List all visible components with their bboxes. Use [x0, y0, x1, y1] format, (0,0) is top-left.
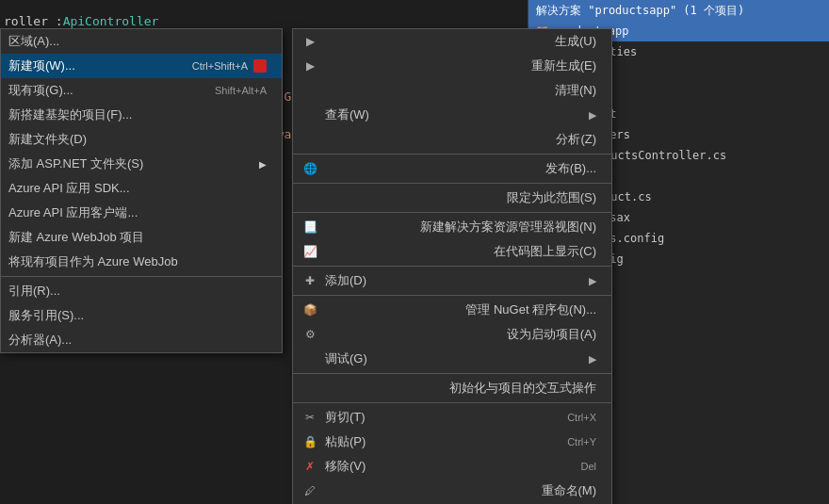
ctx-clean[interactable]: 清理(N) — [293, 78, 611, 103]
nuget-icon: 📦 — [301, 303, 319, 317]
ctx-azure-api-sdk[interactable]: Azure API 应用 SDK... — [1, 176, 282, 201]
cursor-indicator — [253, 59, 267, 73]
ctx-paste[interactable]: 🔒 粘贴(P) Ctrl+Y — [293, 430, 611, 454]
remove-icon: ✗ — [301, 460, 319, 473]
separator — [293, 183, 611, 184]
ctx-code-map[interactable]: 📈 在代码图上显示(C) — [293, 239, 611, 264]
interactive-icon — [301, 382, 319, 395]
code-map-icon: 📈 — [301, 245, 319, 258]
separator — [1, 276, 282, 277]
ctx-build[interactable]: ▶ 生成(U) — [293, 29, 611, 54]
ctx-publish[interactable]: 🌐 发布(B)... — [293, 156, 611, 181]
context-menu-left: 区域(A)... 新建项(W)... Ctrl+Shift+A 现有项(G)..… — [0, 28, 283, 353]
clean-icon — [301, 84, 319, 97]
scope-icon — [301, 191, 319, 204]
separator — [293, 154, 611, 154]
code-line: roller : ApiController — [0, 11, 528, 30]
new-view-icon: 📃 — [301, 220, 319, 234]
ctx-azure-webjob[interactable]: 新建 Azure WebJob 项目 — [1, 225, 282, 250]
ctx-new-folder[interactable]: 新建文件夹(D) — [1, 127, 282, 152]
context-menu-right: ▶ 生成(U) ▶ 重新生成(E) 清理(N) 查看(W) ▶ 分析(Z) 🌐 … — [292, 28, 612, 504]
ctx-startup[interactable]: ⚙ 设为启动项目(A) — [293, 322, 611, 347]
ctx-aspnet-folder[interactable]: 添加 ASP.NET 文件夹(S) ▶ — [1, 152, 282, 176]
ctx-analyze[interactable]: 分析(Z) — [293, 127, 611, 152]
lock-icon: 🔒 — [301, 435, 319, 448]
ctx-add[interactable]: ✚ 添加(D) ▶ — [293, 268, 611, 293]
ctx-new-item[interactable]: 新建项(W)... Ctrl+Shift+A — [1, 54, 282, 78]
ctx-analyzer[interactable]: 分析器(A)... — [1, 328, 282, 352]
ctx-existing-webjob[interactable]: 将现有项目作为 Azure WebJob — [1, 250, 282, 274]
separator — [293, 212, 611, 213]
globe-icon: 🌐 — [301, 162, 319, 175]
ctx-nuget[interactable]: 📦 管理 NuGet 程序包(N)... — [293, 298, 611, 322]
rename-icon: 🖊 — [301, 484, 319, 497]
gear-icon: ⚙ — [301, 328, 319, 341]
submenu-arrow: ▶ — [589, 275, 596, 287]
debug-icon — [301, 352, 319, 366]
ctx-scaffold[interactable]: 新搭建基架的项目(F)... — [1, 103, 282, 127]
ctx-scope[interactable]: 限定为此范围(S) — [293, 186, 611, 210]
analyze-icon — [301, 133, 319, 146]
ctx-existing-item[interactable]: 现有项(G)... Shift+Alt+A — [1, 78, 282, 103]
solution-title: 解决方案 "productsapp" (1 个项目) — [536, 3, 744, 19]
separator — [293, 295, 611, 296]
separator — [293, 266, 611, 267]
ctx-azure-api-client[interactable]: Azure API 应用客户端... — [1, 201, 282, 225]
add-icon: ✚ — [301, 274, 319, 287]
ctx-add-region[interactable]: 区域(A)... — [1, 29, 282, 54]
separator — [293, 402, 611, 403]
ctx-reference[interactable]: 引用(R)... — [1, 279, 282, 303]
build-icon: ▶ — [301, 35, 319, 48]
ctx-rename[interactable]: 🖊 重命名(M) — [293, 479, 611, 503]
view-icon — [301, 108, 319, 122]
separator — [293, 373, 611, 374]
ctx-cut[interactable]: ✂ 剪切(T) Ctrl+X — [293, 405, 611, 430]
solution-header: 解决方案 "productsapp" (1 个项目) — [528, 0, 829, 21]
ctx-rebuild[interactable]: ▶ 重新生成(E) — [293, 54, 611, 78]
scissors-icon: ✂ — [301, 411, 319, 424]
ctx-view[interactable]: 查看(W) ▶ — [293, 103, 611, 127]
rebuild-icon: ▶ — [301, 59, 319, 73]
submenu-arrow: ▶ — [589, 353, 596, 366]
ctx-service-ref[interactable]: 服务引用(S)... — [1, 303, 282, 328]
ctx-remove[interactable]: ✗ 移除(V) Del — [293, 454, 611, 479]
ctx-new-view[interactable]: 📃 新建解决方案资源管理器视图(N) — [293, 215, 611, 239]
ctx-debug[interactable]: 调试(G) ▶ — [293, 347, 611, 371]
ctx-interactive[interactable]: 初始化与项目的交互式操作 — [293, 376, 611, 400]
submenu-arrow: ▶ — [589, 109, 596, 122]
